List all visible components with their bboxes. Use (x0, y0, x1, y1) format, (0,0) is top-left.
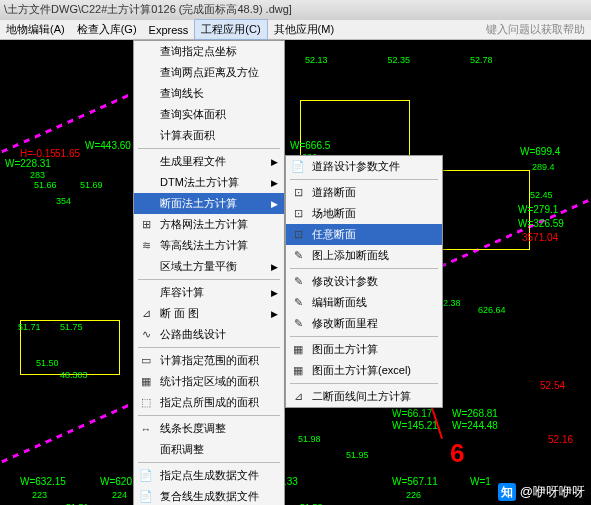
menu-icon (138, 154, 154, 170)
menu-label: 道路断面 (312, 185, 356, 200)
menu-label: 指定点生成数据文件 (160, 468, 259, 483)
h-label: 3571.04 (522, 232, 558, 243)
menu-icon: ▦ (138, 374, 154, 390)
watermark: 知 @咿呀咿呀 (498, 483, 585, 501)
menu-separator (138, 148, 280, 149)
eng-menu-item-13[interactable]: 库容计算▶ (134, 282, 284, 303)
section-menu-item-0[interactable]: 📄道路设计参数文件 (286, 156, 442, 177)
eng-menu-item-9[interactable]: ⊞方格网法土方计算 (134, 214, 284, 235)
section-menu-item-2[interactable]: ⊡道路断面 (286, 182, 442, 203)
menu-icon: 📄 (290, 159, 306, 175)
eng-menu-item-10[interactable]: ≋等高线法土方计算 (134, 235, 284, 256)
eng-menu-item-4[interactable]: 计算表面积 (134, 125, 284, 146)
menu-label: 计算表面积 (160, 128, 215, 143)
menu-icon: ⊿ (138, 306, 154, 322)
submenu-arrow-icon: ▶ (271, 262, 278, 272)
menu-icon: ✎ (290, 316, 306, 332)
help-search[interactable]: 键入问题以获取帮助 (486, 22, 591, 37)
menu-icon: ⊿ (290, 389, 306, 405)
eng-menu-item-14[interactable]: ⊿断 面 图▶ (134, 303, 284, 324)
menu-icon: ▦ (290, 342, 306, 358)
section-menu-item-3[interactable]: ⊡场地断面 (286, 203, 442, 224)
menu-item-other[interactable]: 其他应用(M) (268, 20, 341, 39)
watermark-text: @咿呀咿呀 (520, 483, 585, 501)
menu-label: 场地断面 (312, 206, 356, 221)
menu-item-express[interactable]: Express (143, 22, 195, 38)
section-menu-item-7[interactable]: ✎修改设计参数 (286, 271, 442, 292)
menu-label: 查询实体面积 (160, 107, 226, 122)
point-label: 51.50 (36, 358, 59, 368)
menu-label: 任意断面 (312, 227, 356, 242)
menu-label: 查询线长 (160, 86, 204, 101)
menu-icon: ⊞ (138, 217, 154, 233)
menu-separator (138, 279, 280, 280)
point-label: 223 (32, 490, 47, 500)
menu-item-engineering[interactable]: 工程应用(C) (194, 19, 267, 40)
menu-separator (290, 336, 438, 337)
point-label: 51.95 (346, 450, 369, 460)
section-menu-item-11[interactable]: ▦图面土方计算 (286, 339, 442, 360)
eng-menu-item-22[interactable]: 面积调整 (134, 439, 284, 460)
menu-label: 生成里程文件 (160, 154, 226, 169)
menu-label: 断面法土方计算 (160, 196, 237, 211)
title-bar: \土方文件DWG\C22#土方计算0126 (完成面标高48.9) .dwg] (0, 0, 591, 20)
section-menu-item-5[interactable]: ✎图上添加断面线 (286, 245, 442, 266)
menu-icon: ✎ (290, 274, 306, 290)
eng-menu-item-11[interactable]: 区域土方量平衡▶ (134, 256, 284, 277)
w-label: W=145.21 (392, 420, 438, 431)
section-menu-item-9[interactable]: ✎修改断面里程 (286, 313, 442, 334)
point-label: 626.64 (478, 305, 506, 315)
w-label: W=567.11 (392, 476, 438, 487)
menu-separator (290, 383, 438, 384)
zhihu-logo-icon: 知 (498, 483, 516, 501)
file-title: \土方文件DWG\C22#土方计算0126 (完成面标高48.9) .dwg] (4, 3, 292, 15)
menu-icon: ⊡ (290, 227, 306, 243)
menu-label: 方格网法土方计算 (160, 217, 248, 232)
menu-label: 区域土方量平衡 (160, 259, 237, 274)
eng-menu-item-21[interactable]: ↔线条长度调整 (134, 418, 284, 439)
menu-item-edit[interactable]: 地物编辑(A) (0, 20, 71, 39)
w-label: W=699.4 (520, 146, 560, 157)
menu-item-check[interactable]: 检查入库(G) (71, 20, 143, 39)
annotation-number: 6 (450, 438, 464, 469)
eng-menu-item-3[interactable]: 查询实体面积 (134, 104, 284, 125)
menu-icon (138, 128, 154, 144)
eng-menu-item-24[interactable]: 📄指定点生成数据文件 (134, 465, 284, 486)
eng-menu-item-6[interactable]: 生成里程文件▶ (134, 151, 284, 172)
grid-value: 52.13 (305, 55, 328, 65)
section-menu-item-8[interactable]: ✎编辑断面线 (286, 292, 442, 313)
menu-label: 修改断面里程 (312, 316, 378, 331)
point-label: 51.71 (18, 322, 41, 332)
w-label: W=66.17 (392, 408, 432, 419)
eng-menu-item-0[interactable]: 查询指定点坐标 (134, 41, 284, 62)
menu-label: 线条长度调整 (160, 421, 226, 436)
menu-label: 计算指定范围的面积 (160, 353, 259, 368)
menu-label: 统计指定区域的面积 (160, 374, 259, 389)
eng-menu-item-18[interactable]: ▦统计指定区域的面积 (134, 371, 284, 392)
eng-menu-item-1[interactable]: 查询两点距离及方位 (134, 62, 284, 83)
h-label: 52.54 (540, 380, 565, 391)
point-label: 52.45 (530, 190, 553, 200)
submenu-arrow-icon: ▶ (271, 199, 278, 209)
eng-menu-item-17[interactable]: ▭计算指定范围的面积 (134, 350, 284, 371)
grid-value: 52.35 (388, 55, 411, 65)
point-label: 354 (56, 196, 71, 206)
eng-menu-item-8[interactable]: 断面法土方计算▶ (134, 193, 284, 214)
section-menu-item-12[interactable]: ▦图面土方计算(excel) (286, 360, 442, 381)
menu-separator (290, 179, 438, 180)
submenu-arrow-icon: ▶ (271, 178, 278, 188)
menu-label: 二断面线间土方计算 (312, 389, 411, 404)
w-label: W=443.60 (85, 140, 131, 151)
section-menu-item-14[interactable]: ⊿二断面线间土方计算 (286, 386, 442, 407)
menu-separator (138, 415, 280, 416)
eng-menu-item-19[interactable]: ⬚指定点所围成的面积 (134, 392, 284, 413)
menu-icon: ↔ (138, 421, 154, 437)
section-menu-item-4[interactable]: ⊡任意断面 (286, 224, 442, 245)
eng-menu-item-2[interactable]: 查询线长 (134, 83, 284, 104)
eng-menu-item-7[interactable]: DTM法土方计算▶ (134, 172, 284, 193)
menu-label: 面积调整 (160, 442, 204, 457)
eng-menu-item-15[interactable]: ∿公路曲线设计 (134, 324, 284, 345)
menu-label: 查询指定点坐标 (160, 44, 237, 59)
menu-icon: ⬚ (138, 395, 154, 411)
eng-menu-item-25[interactable]: 📄复合线生成数据文件 (134, 486, 284, 505)
